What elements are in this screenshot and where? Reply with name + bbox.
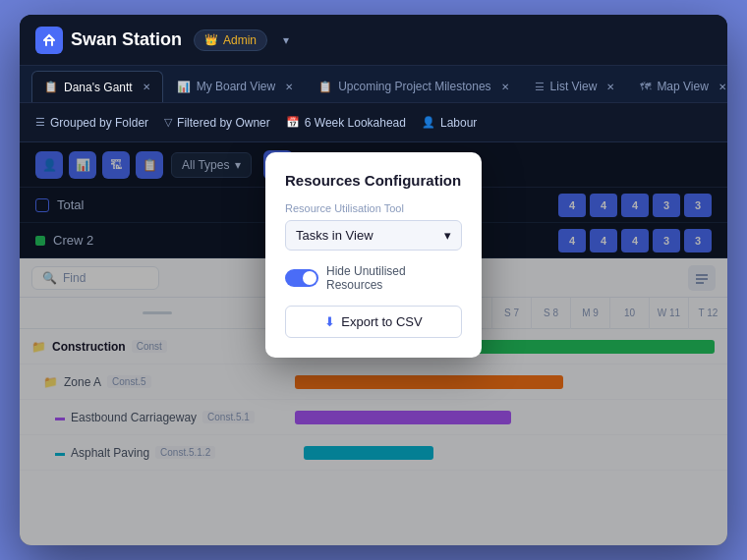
filter-lookahead[interactable]: 📅 6 Week Lookahead bbox=[286, 116, 406, 130]
tab-close-map[interactable]: ✕ bbox=[718, 82, 726, 92]
select-chevron-icon: ▾ bbox=[444, 228, 451, 243]
top-bar: Swan Station 👑 Admin ▾ bbox=[20, 15, 727, 66]
filter-labour[interactable]: 👤 Labour bbox=[422, 116, 477, 130]
tab-board-view[interactable]: 📊 My Board View ✕ bbox=[165, 71, 305, 102]
tab-close-dana[interactable]: ✕ bbox=[143, 82, 150, 92]
app-title: Swan Station bbox=[71, 29, 182, 50]
chevron-down-icon[interactable]: ▾ bbox=[283, 33, 289, 47]
admin-label: Admin bbox=[223, 33, 257, 47]
toggle-label: Hide Unutilised Resources bbox=[326, 264, 462, 292]
tab-icon-milestones: 📋 bbox=[318, 81, 332, 93]
download-icon: ⬇ bbox=[324, 314, 335, 329]
tab-icon-board: 📊 bbox=[177, 81, 191, 93]
export-csv-button[interactable]: ⬇ Export to CSV bbox=[285, 306, 462, 338]
select-value: Tasks in View bbox=[296, 228, 374, 243]
logo-area: Swan Station bbox=[35, 27, 182, 54]
person-icon: 👤 bbox=[422, 116, 435, 129]
tab-close-list[interactable]: ✕ bbox=[606, 82, 614, 92]
tab-list-view[interactable]: ☰ List View ✕ bbox=[523, 71, 627, 102]
tab-label-dana: Dana's Gantt bbox=[64, 81, 133, 94]
crown-icon: 👑 bbox=[204, 33, 218, 46]
tab-milestones[interactable]: 📋 Upcoming Project Milestones ✕ bbox=[307, 71, 520, 102]
tab-label-milestones: Upcoming Project Milestones bbox=[338, 80, 490, 93]
tab-label-board: My Board View bbox=[197, 80, 275, 93]
filter-grouped-by-folder[interactable]: ☰ Grouped by Folder bbox=[35, 116, 148, 130]
filter-owner-label: Filtered by Owner bbox=[177, 116, 270, 130]
tab-icon-dana: 📋 bbox=[44, 81, 58, 93]
tab-icon-map: 🗺 bbox=[640, 81, 651, 92]
filter-lookahead-label: 6 Week Lookahead bbox=[305, 116, 406, 130]
filter-grouped-label: Grouped by Folder bbox=[50, 116, 148, 130]
resource-tool-select[interactable]: Tasks in View ▾ bbox=[285, 220, 462, 251]
tab-map-view[interactable]: 🗺 Map View ✕ bbox=[628, 71, 727, 102]
export-label: Export to CSV bbox=[341, 314, 422, 329]
app-shell: Swan Station 👑 Admin ▾ 📋 Dana's Gantt ✕ … bbox=[20, 15, 727, 545]
tab-close-board[interactable]: ✕ bbox=[285, 82, 293, 92]
admin-badge[interactable]: 👑 Admin bbox=[194, 29, 267, 51]
hide-unutilised-toggle[interactable] bbox=[285, 269, 318, 287]
app-logo-icon bbox=[35, 27, 63, 54]
modal-title: Resources Configuration bbox=[285, 172, 462, 189]
calendar-icon: 📅 bbox=[286, 116, 300, 129]
filter-by-owner[interactable]: ▽ Filtered by Owner bbox=[164, 116, 270, 130]
tab-label-list: List View bbox=[550, 80, 598, 93]
tab-icon-list: ☰ bbox=[535, 81, 545, 93]
modal-overlay: Resources Configuration Resource Utilisa… bbox=[20, 142, 727, 545]
main-content: 👤 📊 🏗 📋 All Types ▾ Total bbox=[20, 142, 727, 545]
tabs-bar: 📋 Dana's Gantt ✕ 📊 My Board View ✕ 📋 Upc… bbox=[20, 66, 727, 103]
tab-dana-gantt[interactable]: 📋 Dana's Gantt ✕ bbox=[31, 71, 163, 102]
resource-tool-label: Resource Utilisation Tool bbox=[285, 202, 462, 214]
tab-label-map: Map View bbox=[657, 80, 708, 93]
resources-config-modal: Resources Configuration Resource Utilisa… bbox=[265, 152, 482, 358]
toggle-row: Hide Unutilised Resources bbox=[285, 264, 462, 292]
filter-owner-icon: ▽ bbox=[164, 116, 172, 129]
tab-close-milestones[interactable]: ✕ bbox=[501, 82, 509, 92]
folder-group-icon: ☰ bbox=[35, 116, 45, 129]
filter-labour-label: Labour bbox=[440, 116, 477, 130]
filter-bar: ☰ Grouped by Folder ▽ Filtered by Owner … bbox=[20, 103, 727, 142]
